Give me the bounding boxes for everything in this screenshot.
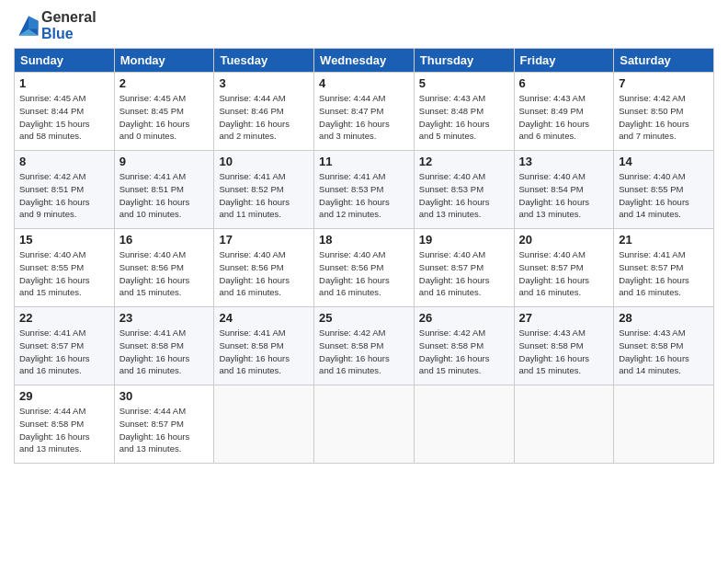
day-number: 19 — [419, 233, 509, 247]
day-number: 27 — [519, 311, 609, 325]
day-number: 22 — [19, 311, 109, 325]
logo: General Blue — [14, 9, 97, 42]
day-number: 28 — [619, 311, 709, 325]
calendar: SundayMondayTuesdayWednesdayThursdayFrid… — [14, 48, 714, 464]
day-number: 25 — [319, 311, 409, 325]
day-number: 3 — [219, 76, 309, 90]
calendar-cell: 20Sunrise: 4:40 AMSunset: 8:57 PMDayligh… — [514, 229, 614, 307]
day-number: 14 — [619, 155, 709, 168]
day-number: 5 — [419, 76, 509, 90]
day-info: Sunrise: 4:40 AMSunset: 8:56 PMDaylight:… — [219, 248, 309, 299]
day-info: Sunrise: 4:44 AMSunset: 8:46 PMDaylight:… — [219, 92, 309, 143]
day-number: 23 — [119, 311, 210, 325]
day-number: 11 — [319, 155, 409, 168]
calendar-cell: 25Sunrise: 4:42 AMSunset: 8:58 PMDayligh… — [314, 307, 415, 385]
calendar-cell: 17Sunrise: 4:40 AMSunset: 8:56 PMDayligh… — [214, 229, 314, 307]
day-info: Sunrise: 4:40 AMSunset: 8:57 PMDaylight:… — [519, 248, 609, 299]
calendar-cell: 22Sunrise: 4:41 AMSunset: 8:57 PMDayligh… — [15, 307, 115, 385]
day-number: 2 — [119, 76, 210, 90]
day-info: Sunrise: 4:41 AMSunset: 8:52 PMDaylight:… — [219, 170, 309, 221]
day-header-saturday: Saturday — [614, 49, 714, 73]
day-header-monday: Monday — [114, 49, 214, 73]
day-info: Sunrise: 4:41 AMSunset: 8:58 PMDaylight:… — [119, 327, 210, 377]
day-info: Sunrise: 4:42 AMSunset: 8:50 PMDaylight:… — [619, 92, 709, 143]
day-number: 4 — [319, 76, 409, 90]
day-info: Sunrise: 4:43 AMSunset: 8:48 PMDaylight:… — [419, 92, 509, 143]
day-number: 9 — [119, 155, 210, 168]
calendar-cell — [514, 385, 614, 464]
day-info: Sunrise: 4:40 AMSunset: 8:56 PMDaylight:… — [119, 248, 210, 299]
calendar-cell: 8Sunrise: 4:42 AMSunset: 8:51 PMDaylight… — [15, 151, 115, 229]
calendar-cell: 16Sunrise: 4:40 AMSunset: 8:56 PMDayligh… — [114, 229, 214, 307]
day-info: Sunrise: 4:45 AMSunset: 8:45 PMDaylight:… — [119, 92, 210, 143]
day-info: Sunrise: 4:44 AMSunset: 8:57 PMDaylight:… — [119, 405, 210, 455]
logo-blue: Blue — [41, 26, 74, 41]
calendar-cell: 28Sunrise: 4:43 AMSunset: 8:58 PMDayligh… — [614, 307, 714, 385]
svg-marker-2 — [28, 17, 39, 29]
calendar-cell: 12Sunrise: 4:40 AMSunset: 8:53 PMDayligh… — [414, 151, 514, 229]
day-info: Sunrise: 4:43 AMSunset: 8:58 PMDaylight:… — [619, 327, 709, 377]
calendar-cell — [414, 385, 514, 464]
day-info: Sunrise: 4:41 AMSunset: 8:57 PMDaylight:… — [19, 327, 109, 377]
day-number: 17 — [219, 233, 309, 247]
day-number: 29 — [19, 389, 109, 403]
calendar-cell: 5Sunrise: 4:43 AMSunset: 8:48 PMDaylight… — [414, 73, 514, 151]
day-number: 30 — [119, 389, 210, 403]
day-header-wednesday: Wednesday — [314, 49, 415, 73]
day-number: 21 — [619, 233, 709, 247]
calendar-cell: 24Sunrise: 4:41 AMSunset: 8:58 PMDayligh… — [214, 307, 314, 385]
calendar-cell — [214, 385, 314, 464]
calendar-cell: 26Sunrise: 4:42 AMSunset: 8:58 PMDayligh… — [414, 307, 514, 385]
calendar-cell: 1Sunrise: 4:45 AMSunset: 8:44 PMDaylight… — [15, 73, 115, 151]
calendar-cell — [314, 385, 415, 464]
calendar-cell: 27Sunrise: 4:43 AMSunset: 8:58 PMDayligh… — [514, 307, 614, 385]
day-number: 13 — [519, 155, 609, 168]
day-info: Sunrise: 4:40 AMSunset: 8:55 PMDaylight:… — [619, 170, 709, 221]
day-number: 26 — [419, 311, 509, 325]
day-info: Sunrise: 4:41 AMSunset: 8:53 PMDaylight:… — [319, 170, 409, 221]
calendar-cell: 3Sunrise: 4:44 AMSunset: 8:46 PMDaylight… — [214, 73, 314, 151]
calendar-cell: 11Sunrise: 4:41 AMSunset: 8:53 PMDayligh… — [314, 151, 415, 229]
day-info: Sunrise: 4:40 AMSunset: 8:54 PMDaylight:… — [519, 170, 609, 221]
calendar-cell: 18Sunrise: 4:40 AMSunset: 8:56 PMDayligh… — [314, 229, 415, 307]
day-info: Sunrise: 4:41 AMSunset: 8:58 PMDaylight:… — [219, 327, 309, 377]
day-number: 12 — [419, 155, 509, 168]
day-number: 18 — [319, 233, 409, 247]
day-info: Sunrise: 4:40 AMSunset: 8:56 PMDaylight:… — [319, 248, 409, 299]
calendar-cell: 9Sunrise: 4:41 AMSunset: 8:51 PMDaylight… — [114, 151, 214, 229]
day-info: Sunrise: 4:41 AMSunset: 8:51 PMDaylight:… — [119, 170, 210, 221]
day-number: 16 — [119, 233, 210, 247]
day-header-tuesday: Tuesday — [214, 49, 314, 73]
calendar-cell: 19Sunrise: 4:40 AMSunset: 8:57 PMDayligh… — [414, 229, 514, 307]
calendar-cell: 2Sunrise: 4:45 AMSunset: 8:45 PMDaylight… — [114, 73, 214, 151]
calendar-cell: 6Sunrise: 4:43 AMSunset: 8:49 PMDaylight… — [514, 73, 614, 151]
day-number: 24 — [219, 311, 309, 325]
calendar-cell: 7Sunrise: 4:42 AMSunset: 8:50 PMDaylight… — [614, 73, 714, 151]
day-info: Sunrise: 4:41 AMSunset: 8:57 PMDaylight:… — [619, 248, 709, 299]
day-number: 6 — [519, 76, 609, 90]
day-info: Sunrise: 4:40 AMSunset: 8:57 PMDaylight:… — [419, 248, 509, 299]
day-number: 15 — [19, 233, 109, 247]
calendar-cell: 15Sunrise: 4:40 AMSunset: 8:55 PMDayligh… — [15, 229, 115, 307]
calendar-cell: 4Sunrise: 4:44 AMSunset: 8:47 PMDaylight… — [314, 73, 415, 151]
day-info: Sunrise: 4:42 AMSunset: 8:58 PMDaylight:… — [419, 327, 509, 377]
logo-general: General — [41, 9, 97, 25]
calendar-cell: 13Sunrise: 4:40 AMSunset: 8:54 PMDayligh… — [514, 151, 614, 229]
calendar-cell: 29Sunrise: 4:44 AMSunset: 8:58 PMDayligh… — [15, 385, 115, 464]
calendar-cell — [614, 385, 714, 464]
day-number: 20 — [519, 233, 609, 247]
day-info: Sunrise: 4:43 AMSunset: 8:49 PMDaylight:… — [519, 92, 609, 143]
day-number: 8 — [19, 155, 109, 168]
day-info: Sunrise: 4:42 AMSunset: 8:51 PMDaylight:… — [19, 170, 109, 221]
day-info: Sunrise: 4:43 AMSunset: 8:58 PMDaylight:… — [519, 327, 609, 377]
day-info: Sunrise: 4:40 AMSunset: 8:53 PMDaylight:… — [419, 170, 509, 221]
calendar-cell: 21Sunrise: 4:41 AMSunset: 8:57 PMDayligh… — [614, 229, 714, 307]
day-number: 7 — [619, 76, 709, 90]
calendar-cell: 14Sunrise: 4:40 AMSunset: 8:55 PMDayligh… — [614, 151, 714, 229]
day-info: Sunrise: 4:44 AMSunset: 8:47 PMDaylight:… — [319, 92, 409, 143]
day-header-thursday: Thursday — [414, 49, 514, 73]
calendar-cell: 23Sunrise: 4:41 AMSunset: 8:58 PMDayligh… — [114, 307, 214, 385]
day-number: 10 — [219, 155, 309, 168]
day-info: Sunrise: 4:45 AMSunset: 8:44 PMDaylight:… — [19, 92, 109, 143]
day-header-sunday: Sunday — [15, 49, 115, 73]
